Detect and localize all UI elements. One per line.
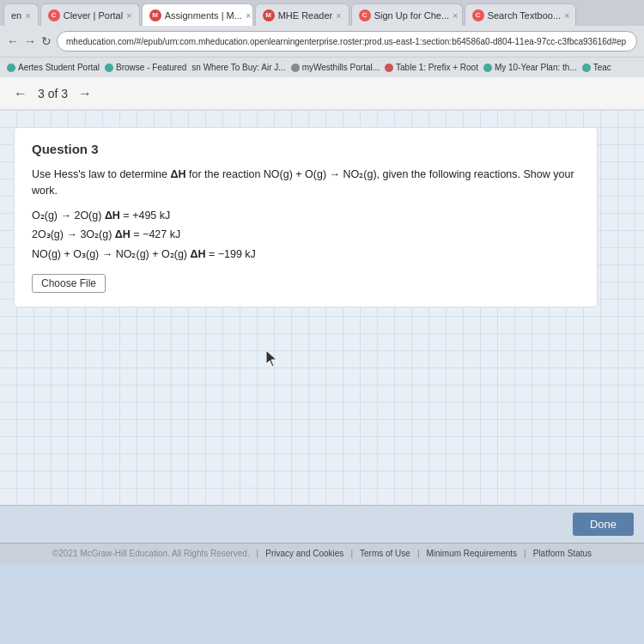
- address-text: mheducation.com/#/epub/urn:com.mheducati…: [66, 37, 626, 46]
- bookmark-dot-table1: [385, 64, 393, 72]
- search-tab-icon: C: [472, 9, 484, 21]
- footer-separator-3: |: [417, 549, 420, 558]
- footer-separator-2: |: [350, 549, 353, 558]
- bookmark-table1[interactable]: Table 1: Prefix + Root: [385, 63, 478, 72]
- tab-chegg-label: Sign Up for Che...: [374, 10, 449, 21]
- tab-close-en[interactable]: ×: [25, 10, 30, 21]
- bookmark-teac[interactable]: Teac: [582, 63, 611, 72]
- bookmark-10year-label: My 10-Year Plan: th...: [495, 63, 577, 72]
- tab-assignments-label: Assignments | M...: [165, 10, 242, 21]
- footer-minreq-link[interactable]: Minimum Requirements: [427, 549, 518, 558]
- bookmark-browse[interactable]: Browse - Featured: [105, 63, 186, 72]
- choose-file-button[interactable]: Choose File: [32, 274, 106, 293]
- tab-assignments[interactable]: M Assignments | M... ×: [142, 3, 253, 26]
- question-body: Use Hess's law to determine ΔH for the r…: [32, 167, 580, 199]
- tab-close-chegg[interactable]: ×: [453, 10, 458, 21]
- footer-separator-1: |: [257, 549, 259, 558]
- tab-bar: en × C Clever | Portal × M Assignments |…: [0, 0, 644, 26]
- tab-clever-label: Clever | Portal: [64, 10, 124, 21]
- bookmark-dot-teac: [582, 64, 591, 72]
- bookmark-table1-label: Table 1: Prefix + Root: [396, 63, 478, 72]
- bookmark-10year[interactable]: My 10-Year Plan: th...: [483, 63, 577, 72]
- done-button[interactable]: Done: [573, 513, 634, 536]
- clever-icon: C: [48, 9, 60, 21]
- bookmark-airj[interactable]: sn Where To Buy: Air J...: [191, 63, 285, 72]
- footer-copyright: ©2021 McGraw-Hill Education. All Rights …: [52, 549, 250, 558]
- footer-terms-link[interactable]: Terms of Use: [360, 549, 410, 558]
- cursor-indicator: [266, 350, 278, 370]
- tab-mhe[interactable]: M MHE Reader ×: [255, 3, 349, 26]
- chegg-icon: C: [359, 9, 371, 21]
- reaction-list: O₂(g) → 2O(g) ΔH = +495 kJ 2O₃(g) → 3O₂(…: [32, 206, 580, 264]
- footer-platform-link[interactable]: Platform Status: [533, 549, 592, 558]
- tab-en-label: en: [11, 10, 21, 21]
- svg-marker-0: [266, 350, 276, 367]
- tab-clever[interactable]: C Clever | Portal ×: [40, 3, 140, 26]
- bookmark-dot-mywesthills: [291, 64, 300, 72]
- address-input[interactable]: mheducation.com/#/epub/urn:com.mheducati…: [57, 31, 637, 52]
- mhe-icon: M: [263, 9, 275, 21]
- assignments-icon: M: [149, 9, 161, 21]
- bookmark-airj-label: sn Where To Buy: Air J...: [191, 63, 285, 72]
- back-button[interactable]: ←: [7, 34, 19, 48]
- bookmark-dot-aertes: [7, 64, 15, 72]
- footer: ©2021 McGraw-Hill Education. All Rights …: [0, 543, 644, 563]
- bookmarks-bar: Aertes Student Portal Browse - Featured …: [0, 57, 644, 77]
- page-back-arrow[interactable]: ←: [14, 86, 27, 101]
- footer-separator-4: |: [524, 549, 526, 558]
- bookmark-dot-10year: [483, 64, 492, 72]
- tab-mhe-label: MHE Reader: [278, 10, 333, 21]
- question-title: Question 3: [32, 142, 580, 156]
- tab-search[interactable]: C Search Textboo... ×: [465, 3, 576, 26]
- tab-close-clever[interactable]: ×: [126, 10, 131, 21]
- tab-chegg[interactable]: C Sign Up for Che... ×: [351, 3, 463, 26]
- tab-close-search[interactable]: ×: [564, 10, 569, 21]
- bookmark-dot-browse: [105, 64, 113, 72]
- tab-en[interactable]: en ×: [3, 3, 39, 26]
- bookmark-browse-label: Browse - Featured: [116, 63, 186, 72]
- question-card: Question 3 Use Hess's law to determine Δ…: [14, 127, 598, 307]
- bookmark-mywesthills-label: myWesthills Portal...: [302, 63, 380, 72]
- bookmark-teac-label: Teac: [593, 63, 611, 72]
- tab-search-label: Search Textboo...: [488, 10, 561, 21]
- content-area: Question 3 Use Hess's law to determine Δ…: [0, 110, 644, 505]
- bookmark-aertes-label: Aertes Student Portal: [18, 63, 100, 72]
- reaction-1: O₂(g) → 2O(g) ΔH = +495 kJ: [32, 206, 580, 226]
- page-nav: ← 3 of 3 →: [0, 77, 644, 110]
- page-forward-arrow[interactable]: →: [78, 86, 92, 101]
- footer-privacy-link[interactable]: Privacy and Cookies: [265, 549, 343, 558]
- forward-button[interactable]: →: [24, 34, 36, 48]
- reaction-3: NO(g) + O₃(g) → NO₂(g) + O₂(g) ΔH = −199…: [32, 245, 580, 264]
- tab-close-assignments[interactable]: ×: [246, 10, 251, 21]
- address-bar: ← → ↻ mheducation.com/#/epub/urn:com.mhe…: [0, 26, 644, 57]
- bookmark-mywesthills[interactable]: myWesthills Portal...: [291, 63, 380, 72]
- browser-frame: en × C Clever | Portal × M Assignments |…: [0, 0, 644, 77]
- bookmark-aertes[interactable]: Aertes Student Portal: [7, 63, 100, 72]
- tab-close-mhe[interactable]: ×: [336, 10, 341, 21]
- reload-button[interactable]: ↻: [41, 34, 52, 48]
- page-position: 3 of 3: [38, 87, 68, 100]
- reaction-2: 2O₃(g) → 3O₂(g) ΔH = −427 kJ: [32, 225, 580, 245]
- done-area: Done: [0, 505, 644, 543]
